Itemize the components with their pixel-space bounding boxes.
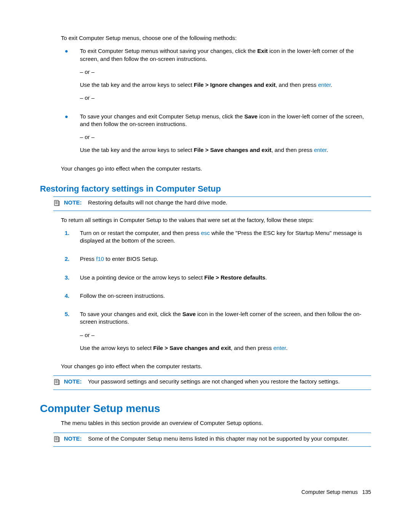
step-text: To save your changes and exit, click the…	[80, 310, 371, 326]
after-bullets-text: Your changes go into effect when the com…	[61, 165, 371, 173]
bold-text: Exit	[257, 48, 268, 54]
bold-text: File > Save changes and exit	[194, 147, 271, 153]
text-run: , and then press	[231, 345, 273, 351]
step-item: 3.Use a pointing device or the arrow key…	[61, 274, 371, 287]
text-run: To exit Computer Setup menus without sav…	[80, 48, 257, 54]
text-run: to enter BIOS Setup.	[104, 256, 158, 262]
bullet-item: ●To exit Computer Setup menus without sa…	[61, 47, 371, 107]
step-number: 5.	[61, 310, 80, 357]
note-icon	[53, 199, 64, 208]
or-separator: – or –	[80, 68, 371, 76]
after-steps-text: Your changes go into effect when the com…	[61, 363, 371, 370]
text-run: Follow the on-screen instructions.	[80, 292, 165, 299]
bullet-body: To exit Computer Setup menus without sav…	[80, 47, 371, 107]
step-item: 5.To save your changes and exit, click t…	[61, 310, 371, 357]
bullet-marker: ●	[61, 47, 80, 107]
steps-list: 1.Turn on or restart the computer, and t…	[61, 229, 371, 357]
note-body	[83, 199, 88, 206]
note-block-2: NOTE: Your password settings and securit…	[53, 375, 371, 390]
note-label: NOTE:	[64, 378, 82, 385]
bold-text: File > Restore defaults	[204, 274, 265, 281]
note-content: Some of the Computer Setup menu items li…	[88, 435, 349, 442]
step-number: 3.	[61, 274, 80, 287]
text-run: Press	[80, 256, 96, 262]
step-body: Follow the on-screen instructions.	[80, 292, 371, 305]
or-separator: – or –	[80, 331, 371, 339]
note-label: NOTE:	[64, 199, 82, 206]
bullet-text: Use the tab key and the arrow keys to se…	[80, 146, 371, 154]
text-run: .	[331, 81, 332, 88]
key-name: enter	[314, 147, 327, 153]
bullet-body: To save your changes and exit Computer S…	[80, 113, 371, 160]
footer-title: Computer Setup menus	[301, 489, 358, 495]
text-run: Turn on or restart the computer, and the…	[80, 230, 201, 236]
step-number: 1.	[61, 229, 80, 250]
step-text: Turn on or restart the computer, and the…	[80, 229, 371, 245]
heading-restoring: Restoring factory settings in Computer S…	[40, 183, 371, 195]
note-content: Your password settings and security sett…	[88, 378, 340, 385]
key-name: enter	[318, 81, 331, 88]
text-run: .	[265, 274, 267, 281]
bold-text: File > Save changes and exit	[153, 345, 231, 351]
step-text: Follow the on-screen instructions.	[80, 292, 371, 300]
text-run: Use the tab key and the arrow keys to se…	[80, 81, 194, 88]
note-text-1: NOTE: Restoring defaults will not change…	[64, 199, 371, 208]
note-text-3: NOTE: Some of the Computer Setup menu it…	[64, 435, 371, 444]
note-label: NOTE:	[64, 435, 82, 442]
note-block-3: NOTE: Some of the Computer Setup menu it…	[53, 433, 371, 447]
step-text: Press f10 to enter BIOS Setup.	[80, 255, 371, 263]
bold-text: Save	[244, 113, 258, 120]
note-icon	[53, 378, 64, 387]
bullet-item: ●To save your changes and exit Computer …	[61, 113, 371, 160]
note-body	[83, 435, 88, 442]
heading-menus: Computer Setup menus	[40, 401, 371, 416]
step-body: Use a pointing device or the arrow keys …	[80, 274, 371, 287]
bullet-text: Use the tab key and the arrow keys to se…	[80, 81, 371, 89]
step-body: To save your changes and exit, click the…	[80, 310, 371, 357]
or-separator: – or –	[80, 133, 371, 141]
key-name: f10	[96, 256, 104, 262]
bold-text: Save	[182, 311, 196, 317]
note-block-1: NOTE: Restoring defaults will not change…	[53, 197, 371, 211]
or-separator: – or –	[80, 94, 371, 102]
text-run: , and then press	[276, 81, 318, 88]
step-number: 4.	[61, 292, 80, 305]
bullet-text: To save your changes and exit Computer S…	[80, 113, 371, 128]
bullet-text: To exit Computer Setup menus without sav…	[80, 47, 371, 63]
note-icon	[53, 435, 64, 444]
step-body: Turn on or restart the computer, and the…	[80, 229, 371, 250]
step-text: Use a pointing device or the arrow keys …	[80, 274, 371, 281]
note-content: Restoring defaults will not change the h…	[88, 199, 227, 206]
step-body: Press f10 to enter BIOS Setup.	[80, 255, 371, 268]
text-run: Use the tab key and the arrow keys to se…	[80, 147, 194, 153]
text-run: .	[327, 147, 328, 153]
step-item: 1.Turn on or restart the computer, and t…	[61, 229, 371, 250]
text-run: , and then press	[271, 147, 314, 153]
step-text: Use the arrow keys to select File > Save…	[80, 344, 371, 352]
text-run: To save your changes and exit Computer S…	[80, 113, 244, 120]
step-item: 4.Follow the on-screen instructions.	[61, 292, 371, 305]
bold-text: File > Ignore changes and exit	[194, 81, 276, 88]
restore-intro: To return all settings in Computer Setup…	[61, 216, 371, 224]
text-run: To save your changes and exit, click the	[80, 311, 182, 317]
menus-intro: The menu tables in this section provide …	[61, 419, 371, 427]
text-run: Use the arrow keys to select	[80, 345, 153, 351]
step-item: 2.Press f10 to enter BIOS Setup.	[61, 255, 371, 268]
bullet-list: ●To exit Computer Setup menus without sa…	[61, 47, 371, 159]
text-run: .	[286, 345, 288, 351]
key-name: enter	[273, 345, 286, 351]
page-footer: Computer Setup menus 135	[40, 489, 371, 496]
bullet-marker: ●	[61, 113, 80, 160]
text-run: Use a pointing device or the arrow keys …	[80, 274, 204, 281]
key-name: esc	[201, 230, 210, 236]
footer-page-number: 135	[362, 489, 371, 495]
step-number: 2.	[61, 255, 80, 268]
note-text-2: NOTE: Your password settings and securit…	[64, 378, 371, 387]
note-body	[83, 378, 88, 385]
intro-text: To exit Computer Setup menus, choose one…	[61, 34, 371, 42]
